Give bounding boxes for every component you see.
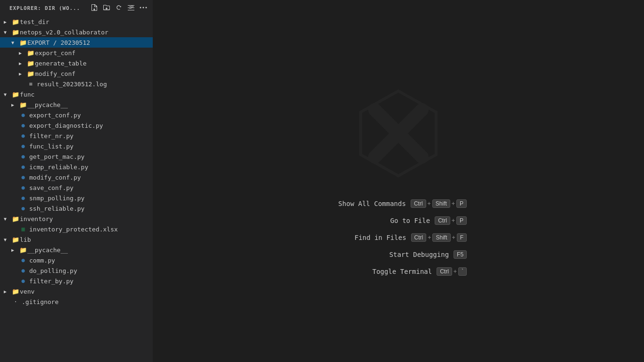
tree-item-func[interactable]: ▼ 📁 func [0,89,153,99]
folder-icon: 📁 [11,18,20,25]
folder-arrow: ▼ [4,237,11,242]
key-badge: P [456,199,467,208]
tree-label: comm.py [29,257,55,264]
folder-arrow: ▶ [11,247,19,253]
tree-item-EXPORT_20230512[interactable]: ▼ 📁 EXPORT / 20230512 [0,37,153,48]
tree-item-modify_conf.py[interactable]: ● modify_conf.py [0,172,153,182]
shortcut-list: Show All CommandsCtrl+Shift+PGo to FileC… [330,199,467,276]
shortcut-row: Find in FilesCtrl+Shift+F [331,233,467,242]
py-icon: ● [19,184,27,191]
shortcut-row: Start DebuggingF5 [373,250,467,259]
sidebar-title: EXPLORER: DIR (WO... [9,5,80,11]
folder-icon: 📁 [26,70,35,77]
shortcut-label: Toggle Terminal [356,268,432,275]
new-folder-icon[interactable] [102,3,111,14]
tree-label: .gitignore [22,298,58,305]
tree-label: EXPORT / 20230512 [27,39,90,46]
tree-item-filter_by.py[interactable]: ● filter_by.py [0,276,153,286]
tree-item-netops_v2.0_collaborator[interactable]: ▼ 📁 netops_v2.0_collaborator [0,27,153,37]
key-badge: Ctrl [411,199,426,208]
folder-arrow: ▼ [4,92,11,97]
shortcut-keys: Ctrl+Shift+P [411,199,467,208]
tree-label: get_port_mac.py [29,153,84,160]
tree-item-test_dir[interactable]: ▶ 📁 test_dir [0,16,153,27]
shortcut-row: Show All CommandsCtrl+Shift+P [330,199,467,208]
xlsx-icon: ▦ [19,226,27,232]
main-area: Show All CommandsCtrl+Shift+PGo to FileC… [153,0,644,362]
tree-item-ssh_reliable.py[interactable]: ● ssh_reliable.py [0,203,153,214]
py-icon: ● [19,122,27,129]
tree-item-snmp_polling.py[interactable]: ● snmp_polling.py [0,193,153,203]
folder-arrow: ▶ [19,50,26,56]
key-badge: ` [458,267,467,276]
tree-item-func_list.py[interactable]: ● func_list.py [0,141,153,151]
key-badge: P [456,216,467,225]
key-plus: + [452,200,455,207]
key-badge: F [457,233,467,242]
tree-label: inventory_protected.xlsx [29,226,118,233]
tree-label: lib [20,236,31,243]
tree-item-lib[interactable]: ▼ 📁 lib [0,234,153,245]
folder-arrow: ▶ [11,102,19,107]
svg-point-5 [143,7,144,8]
tree-item-inventory_protected.xlsx[interactable]: ▦ inventory_protected.xlsx [0,224,153,234]
folder-icon: 📁 [11,91,20,98]
tree-label: snmp_polling.py [29,195,84,202]
tree-item-do_polling.py[interactable]: ● do_polling.py [0,265,153,276]
shortcut-label: Find in Files [331,234,406,241]
folder-icon: 📁 [26,60,35,67]
folder-icon: 📁 [11,236,20,243]
tree-label: result_20230512.log [37,81,107,88]
tree-item-get_port_mac.py[interactable]: ● get_port_mac.py [0,151,153,162]
svg-point-6 [146,7,147,8]
tree-label: export_conf.py [29,112,81,119]
log-icon: ≡ [26,81,35,87]
folder-arrow: ▼ [4,216,11,222]
tree-item-save_conf.py[interactable]: ● save_conf.py [0,182,153,193]
folder-arrow: ▶ [4,19,11,25]
tree-item-comm.py[interactable]: ● comm.py [0,255,153,265]
tree-item-generate_table[interactable]: ▶ 📁 generate_table [0,58,153,68]
tree-item-export_diagnostic.py[interactable]: ● export_diagnostic.py [0,120,153,131]
tree-label: modify_conf.py [29,174,81,181]
tree-item-filter_nr.py[interactable]: ● filter_nr.py [0,131,153,141]
key-badge: Shift [432,199,450,208]
tree-item-export_conf.py[interactable]: ● export_conf.py [0,110,153,120]
shortcut-row: Toggle TerminalCtrl+` [356,267,467,276]
py-icon: ● [19,267,27,274]
folder-arrow: ▶ [19,71,26,76]
refresh-icon[interactable] [114,3,124,14]
folder-arrow: ▼ [11,40,19,45]
folder-icon: 📁 [19,247,27,254]
more-icon[interactable] [139,3,148,14]
tree-item-modify_conf[interactable]: ▶ 📁 modify_conf [0,68,153,79]
tree-item-result_20230512.log[interactable]: ≡ result_20230512.log [0,79,153,89]
folder-icon: 📁 [19,101,27,108]
tree-item-__pycache__[interactable]: ▶ 📁 __pycache__ [0,99,153,110]
collapse-icon[interactable] [126,3,136,14]
shortcut-keys: Ctrl+Shift+F [411,233,467,242]
key-badge: Ctrl [435,216,450,225]
key-plus: + [428,234,431,241]
tree-label: modify_conf [35,70,75,77]
tree-item-.gitignore[interactable]: · .gitignore [0,296,153,307]
tree-label: export_conf [35,49,75,57]
tree-item-icmp_reliable.py[interactable]: ● icmp_reliable.py [0,162,153,172]
py-icon: ● [19,205,27,212]
key-plus: + [452,234,455,241]
new-file-icon[interactable] [90,3,99,14]
tree-label: __pycache__ [27,101,68,108]
folder-arrow: ▶ [19,61,26,66]
tree-label: icmp_reliable.py [29,164,88,171]
tree-item-venv[interactable]: ▶ 📁 venv [0,286,153,296]
key-plus: + [452,217,455,224]
tree-item-export_conf[interactable]: ▶ 📁 export_conf [0,48,153,58]
py-icon: ● [19,143,27,149]
py-icon: ● [19,132,27,139]
folder-icon: 📁 [11,29,20,36]
tree-item-__pycache__2[interactable]: ▶ 📁 __pycache__ [0,245,153,255]
tree-item-inventory[interactable]: ▼ 📁 inventory [0,214,153,224]
folder-icon: 📁 [11,288,20,295]
py-icon: ● [19,112,27,118]
py-icon: ● [19,164,27,170]
